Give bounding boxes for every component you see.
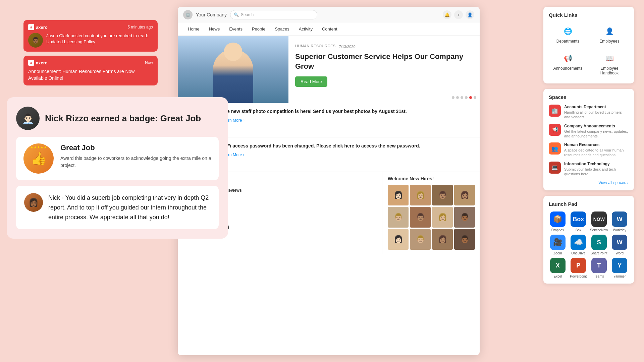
dot-2[interactable] [456, 96, 459, 99]
lp-dropbox[interactable]: 📦 Dropbox [549, 212, 567, 232]
space-accounts[interactable]: 🏢 Accounts Department Handling all of ou… [549, 105, 629, 120]
announcements-icon: 📢 [562, 52, 574, 64]
hire-8[interactable]: 👨🏾 [454, 207, 475, 228]
search-bar[interactable]: 🔍 Search [230, 10, 317, 19]
company-avatar: 🏢 [183, 10, 193, 19]
ql-announcements-label: Announcements [553, 66, 583, 71]
nav-news[interactable]: News [204, 23, 225, 36]
dot-6[interactable] [474, 96, 476, 99]
lp-word[interactable]: W Word [611, 235, 629, 255]
hire-9[interactable]: 👩🏻 [388, 229, 409, 250]
lp-powerpoint[interactable]: P Powerpoint [570, 258, 588, 278]
app-topbar: 🏢 Your Company 🔍 Search 🔔 + 👤 [178, 7, 480, 23]
badge-message-box: 👩🏾 Nick - You did a superb job completin… [16, 186, 219, 229]
hire-6[interactable]: 👨🏽 [410, 207, 431, 228]
axero-icon-1: a [28, 24, 34, 30]
ql-handbook[interactable]: 📖 Employee Handbook [590, 50, 629, 78]
sharepoint-icon: S [591, 235, 607, 250]
lp-word-label: Word [615, 251, 624, 255]
lp-servicenow-label: ServiceNow [590, 228, 608, 232]
notif-body-2: Announcement: Human Resources Forms are … [28, 68, 153, 81]
handbook-icon: 📖 [603, 52, 615, 64]
lp-zoom[interactable]: 🎥 Zoom [549, 235, 567, 255]
lp-workday[interactable]: W Workday [611, 212, 629, 232]
space-accounts-info: Accounts Department Handling all of our … [564, 105, 629, 120]
hire-11[interactable]: 👩🏽 [432, 229, 453, 250]
hire-1[interactable]: 👩🏻 [388, 185, 409, 205]
launchpad-title: Launch Pad [549, 201, 629, 207]
hire-4[interactable]: 👩🏽 [454, 185, 475, 205]
onedrive-icon: ☁️ [571, 235, 586, 250]
hire-2[interactable]: 👩🏼 [410, 185, 431, 205]
ql-departments[interactable]: 🌐 Departments [549, 22, 587, 46]
lp-teams[interactable]: T Teams [590, 258, 608, 278]
axero-logo-2: a axero [28, 60, 48, 66]
notif-time-1: 5 minutes ago [128, 25, 153, 29]
lp-sharepoint-label: SharePoint [591, 251, 607, 255]
excel-icon: X [550, 258, 566, 273]
word-icon: W [612, 235, 627, 250]
employees-icon: 👤 [603, 25, 615, 37]
space-company-ann-name: Company Announcements [564, 124, 629, 128]
dot-5[interactable] [469, 96, 472, 99]
hires-grid: 👩🏻 👩🏼 👨🏽 👩🏽 👨🏼 👨🏽 👩🏼 👨🏾 👩🏻 👨🏼 👩🏽 👨🏾 [388, 185, 474, 250]
nav-content[interactable]: Content [317, 23, 342, 36]
read-more-button[interactable]: Read More [295, 76, 327, 87]
badge-info: Great Job Award this badge to coworkers … [60, 143, 211, 169]
user-menu-icon[interactable]: 👤 [466, 10, 474, 19]
lp-excel-label: Excel [554, 275, 562, 278]
teams-icon: T [591, 258, 607, 273]
lp-onedrive[interactable]: ☁️ OneDrive [570, 235, 588, 255]
lp-yammer[interactable]: Y Yammer [611, 258, 629, 278]
space-hr-name: Human Resources [564, 142, 629, 147]
nav-spaces[interactable]: Spaces [270, 23, 294, 36]
zoom-icon: 🎥 [550, 235, 566, 250]
hire-7[interactable]: 👩🏼 [432, 207, 453, 228]
notification-card-1[interactable]: a axero 5 minutes ago 👨🏾 Jason Clark pos… [23, 20, 158, 52]
space-company-ann[interactable]: 📢 Company Announcements Get the latest c… [549, 124, 629, 139]
nav-home[interactable]: Home [183, 23, 204, 36]
hero-dots [452, 96, 476, 99]
notification-bell-icon[interactable]: 🔔 [443, 10, 451, 19]
badge-desc: Award this badge to coworkers to acknowl… [60, 155, 211, 169]
content-text-2: WiFi access password has been changed. P… [221, 143, 420, 158]
hire-10[interactable]: 👨🏼 [410, 229, 431, 250]
lp-servicenow[interactable]: NOW ServiceNow [590, 212, 608, 232]
dot-1[interactable] [452, 96, 454, 99]
ql-announcements[interactable]: 📢 Announcements [549, 50, 587, 78]
nav-people[interactable]: People [247, 23, 270, 36]
badge-icon: ★★★★★ 👍 [23, 143, 54, 174]
powerpoint-icon: P [571, 258, 586, 273]
lp-yammer-label: Yammer [613, 275, 626, 278]
content-title-2: WiFi access password has been changed. P… [221, 143, 420, 149]
hire-3[interactable]: 👨🏽 [432, 185, 453, 205]
nav-activity[interactable]: Activity [294, 23, 317, 36]
badge-card: 👨🏻‍💼 Nick Rizzo earned a badge: Great Jo… [7, 97, 228, 239]
lp-teams-label: Teams [594, 275, 604, 278]
spaces-title: Spaces [549, 94, 629, 100]
dot-3[interactable] [461, 96, 463, 99]
servicenow-icon: NOW [591, 212, 607, 227]
lp-excel[interactable]: X Excel [549, 258, 567, 278]
hero-meta: HUMAN RESOURCES 7/13/2020 [295, 44, 473, 49]
notif-time-2: Now [145, 60, 153, 65]
hire-5[interactable]: 👨🏼 [388, 207, 409, 228]
sidebar: Quick Links 🌐 Departments 👤 Employees 📢 … [543, 7, 634, 284]
hero-date: 7/13/2020 [339, 45, 356, 49]
lp-box[interactable]: Box Box [570, 212, 588, 232]
hero-image [178, 36, 288, 103]
dot-4[interactable] [465, 96, 468, 99]
space-it[interactable]: 💻 Information Technology Submit your hel… [549, 162, 629, 177]
ql-departments-label: Departments [556, 39, 580, 44]
lp-sharepoint[interactable]: S SharePoint [590, 235, 608, 255]
ql-employees[interactable]: 👤 Employees [590, 22, 629, 46]
ql-employees-label: Employees [599, 39, 619, 44]
hire-12[interactable]: 👨🏾 [454, 229, 475, 250]
badge-detail-box: ★★★★★ 👍 Great Job Award this badge to co… [16, 137, 219, 180]
nav-events[interactable]: Events [224, 23, 247, 36]
space-hr[interactable]: 👥 Human Resources A space dedicated to a… [549, 142, 629, 158]
view-all-spaces-link[interactable]: View all spaces [549, 180, 629, 185]
badge-earner-row: 👨🏻‍💼 Nick Rizzo earned a badge: Great Jo… [16, 107, 219, 130]
notification-card-2[interactable]: a axero Now Announcement: Human Resource… [23, 56, 158, 85]
add-icon[interactable]: + [454, 10, 463, 19]
